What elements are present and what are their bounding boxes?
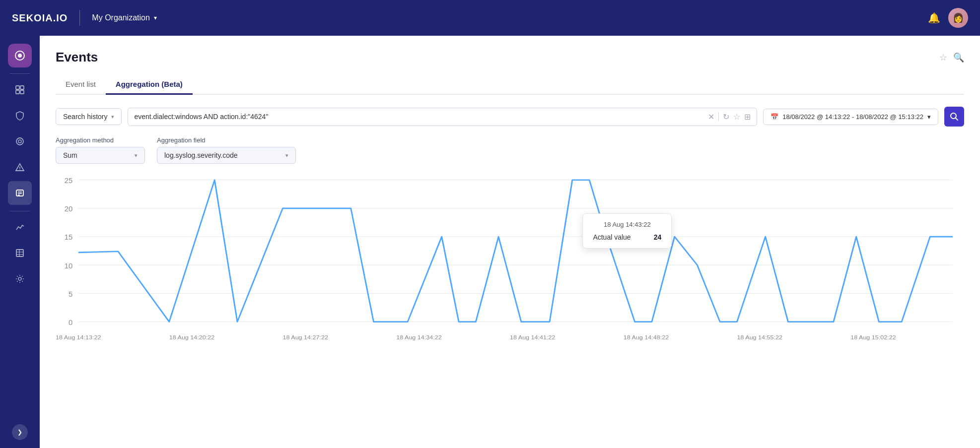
agg-method-group: Aggregation method Sum ▾	[56, 136, 145, 164]
agg-field-label: Aggregation field	[157, 136, 296, 144]
action-divider	[718, 112, 719, 121]
org-chevron-icon: ▾	[154, 14, 157, 21]
agg-method-select[interactable]: Sum ▾	[56, 147, 145, 164]
svg-text:18 Aug 14:55:22: 18 Aug 14:55:22	[737, 334, 782, 340]
svg-text:18 Aug 14:20:22: 18 Aug 14:20:22	[169, 334, 215, 340]
svg-line-20	[956, 118, 958, 121]
svg-text:20: 20	[65, 205, 73, 213]
svg-text:18 Aug 14:13:22: 18 Aug 14:13:22	[56, 334, 101, 340]
sidebar-collapse-button[interactable]: ❯	[12, 424, 28, 440]
svg-point-7	[18, 140, 21, 143]
svg-rect-2	[16, 86, 19, 89]
sidebar-item-home[interactable]	[8, 44, 32, 67]
search-input-actions: ✕ ↻ ☆ ⊞	[708, 112, 751, 122]
svg-point-1	[18, 54, 22, 58]
avatar[interactable]: 👩	[948, 8, 968, 28]
agg-method-chevron-icon: ▾	[135, 152, 138, 159]
org-name: My Organization	[92, 13, 150, 22]
sidebar-item-alerts[interactable]	[8, 155, 32, 179]
sidebar-item-monitor[interactable]	[8, 129, 32, 153]
search-input-wrap: ✕ ↻ ☆ ⊞	[128, 108, 757, 126]
svg-text:10: 10	[65, 262, 73, 269]
aggregation-controls: Aggregation method Sum ▾ Aggregation fie…	[56, 136, 964, 164]
search-row: Search history ▾ ✕ ↻ ☆ ⊞ 📅 18/08/2022 @ …	[56, 107, 964, 127]
tooltip-value: 24	[654, 233, 662, 241]
svg-text:0: 0	[69, 319, 72, 326]
agg-field-group: Aggregation field log.syslog.severity.co…	[157, 136, 296, 164]
tooltip-label: Actual value	[593, 233, 630, 241]
search-page-icon[interactable]: 🔍	[953, 52, 964, 63]
svg-rect-4	[16, 90, 19, 94]
sidebar-item-shield[interactable]	[8, 104, 32, 128]
sidebar-item-events[interactable]	[8, 181, 32, 205]
agg-method-value: Sum	[63, 151, 77, 159]
calendar-icon: 📅	[770, 113, 778, 121]
main-content: Events ☆ 🔍 Event list Aggregation (Beta)…	[40, 36, 980, 448]
agg-field-select[interactable]: log.syslog.severity.code ▾	[157, 147, 296, 164]
tab-event-list[interactable]: Event list	[56, 75, 106, 95]
tabs: Event list Aggregation (Beta)	[56, 75, 964, 95]
svg-text:5: 5	[69, 290, 72, 298]
tooltip-date: 18 Aug 14:43:22	[593, 221, 661, 228]
svg-text:18 Aug 14:41:22: 18 Aug 14:41:22	[510, 334, 556, 340]
navbar-right: 🔔 👩	[928, 8, 968, 28]
chart-tooltip: 18 Aug 14:43:22 Actual value 24	[582, 213, 672, 249]
chart-svg: 25 20 15 10 5 0 18 Aug 14:13:22 18 Aug 1…	[56, 174, 964, 352]
sidebar-divider-1	[10, 73, 30, 74]
search-history-label: Search history	[63, 113, 107, 121]
nav-divider	[79, 10, 80, 26]
save-search-icon[interactable]: ☆	[733, 112, 740, 122]
date-range-label: 18/08/2022 @ 14:13:22 - 18/08/2022 @ 15:…	[782, 113, 923, 121]
page-title: Events	[56, 50, 98, 65]
tab-aggregation[interactable]: Aggregation (Beta)	[106, 75, 193, 95]
sidebar-divider-2	[10, 211, 30, 211]
sidebar: ❯	[0, 36, 40, 448]
agg-field-value: log.syslog.severity.code	[164, 151, 238, 159]
chart-area: 25 20 15 10 5 0 18 Aug 14:13:22 18 Aug 1…	[56, 174, 964, 352]
svg-text:18 Aug 14:48:22: 18 Aug 14:48:22	[624, 334, 669, 340]
sidebar-item-table[interactable]	[8, 241, 32, 265]
search-submit-button[interactable]	[944, 107, 964, 127]
notification-bell-icon[interactable]: 🔔	[928, 12, 940, 24]
search-history-button[interactable]: Search history ▾	[56, 108, 122, 125]
sidebar-bottom: ❯	[12, 424, 28, 440]
clear-search-icon[interactable]: ✕	[708, 112, 714, 122]
tooltip-row: Actual value 24	[593, 233, 661, 241]
page-header: Events ☆ 🔍	[56, 50, 964, 65]
agg-field-chevron-icon: ▾	[285, 152, 288, 159]
svg-text:25: 25	[65, 177, 73, 185]
filter-icon[interactable]: ⊞	[744, 112, 751, 122]
date-range-chevron-icon: ▾	[927, 113, 931, 121]
svg-text:15: 15	[65, 234, 73, 241]
favorite-icon[interactable]: ☆	[939, 52, 947, 63]
svg-text:18 Aug 15:02:22: 18 Aug 15:02:22	[850, 334, 896, 340]
svg-text:18 Aug 14:34:22: 18 Aug 14:34:22	[396, 334, 442, 340]
brand-logo: SEKOIA.IO	[12, 12, 68, 24]
org-selector[interactable]: My Organization ▾	[92, 13, 157, 22]
date-range-button[interactable]: 📅 18/08/2022 @ 14:13:22 - 18/08/2022 @ 1…	[763, 109, 938, 125]
svg-point-9	[19, 169, 20, 170]
svg-point-18	[18, 277, 21, 280]
page-actions: ☆ 🔍	[939, 52, 964, 63]
refresh-icon[interactable]: ↻	[723, 112, 729, 122]
svg-rect-5	[20, 90, 24, 94]
sidebar-item-dashboard[interactable]	[8, 78, 32, 102]
agg-method-label: Aggregation method	[56, 136, 145, 144]
sidebar-item-analytics[interactable]	[8, 215, 32, 239]
search-input[interactable]	[134, 113, 704, 121]
sidebar-item-settings[interactable]	[8, 267, 32, 291]
navbar: SEKOIA.IO My Organization ▾ 🔔 👩	[0, 0, 980, 36]
svg-point-6	[16, 138, 23, 145]
svg-rect-14	[16, 250, 23, 256]
search-history-chevron-icon: ▾	[111, 114, 114, 120]
svg-rect-3	[20, 86, 24, 89]
svg-text:18 Aug 14:27:22: 18 Aug 14:27:22	[282, 334, 328, 340]
